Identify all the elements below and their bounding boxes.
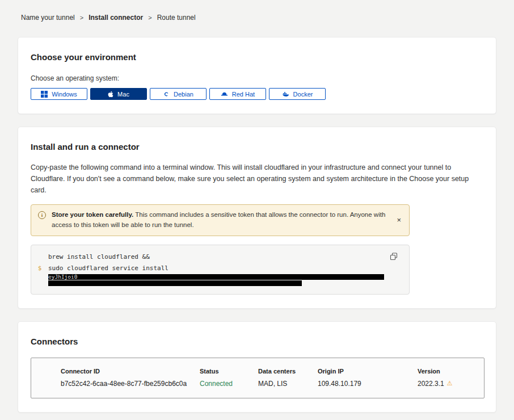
redacted-token-bar: eyJhIjoi0 <box>48 274 384 280</box>
docker-icon <box>282 91 289 97</box>
column-header-version: Version <box>418 368 484 375</box>
os-button-redhat[interactable]: Red Hat <box>209 88 266 100</box>
os-button-label: Debian <box>174 91 193 98</box>
code-line: brew install cloudflared && <box>31 251 400 263</box>
os-options-row: Windows Mac Debian Red Hat Docker <box>31 88 483 100</box>
data-centers-value: MAD, LIS <box>258 380 318 388</box>
column-header-origin-ip: Origin IP <box>318 368 418 375</box>
code-line-2: sudo cloudflared service install <box>48 264 168 272</box>
close-icon[interactable]: × <box>395 216 402 224</box>
breadcrumb-separator: > <box>148 14 151 21</box>
debian-icon <box>163 91 170 98</box>
table-row: b7c52c42-6caa-48ee-8c77-fbe259cb6c0a Con… <box>31 380 484 388</box>
breadcrumb-route-tunnel[interactable]: Route tunnel <box>157 14 196 22</box>
status-badge: Connected <box>200 380 258 388</box>
os-button-docker[interactable]: Docker <box>269 88 326 100</box>
breadcrumb-name-your-tunnel[interactable]: Name your tunnel <box>21 14 75 22</box>
info-icon: i <box>38 211 46 219</box>
breadcrumb: Name your tunnel > Install connector > R… <box>0 0 514 22</box>
connector-card-title: Install and run a connector <box>31 142 483 152</box>
code-line-1: brew install cloudflared && <box>48 253 150 261</box>
os-button-debian[interactable]: Debian <box>150 88 207 100</box>
origin-ip-value: 109.48.10.179 <box>318 380 418 388</box>
connector-id-value: b7c52c42-6caa-48ee-8c77-fbe259cb6c0a <box>61 380 200 388</box>
install-command-block: brew install cloudflared && $ sudo cloud… <box>31 245 410 295</box>
column-header-connector-id: Connector ID <box>61 368 200 375</box>
os-button-label: Mac <box>117 91 129 98</box>
version-value: 2022.3.1 <box>418 380 444 388</box>
connectors-card-title: Connectors <box>31 337 483 346</box>
alert-text: Store your token carefully.This command … <box>52 210 390 230</box>
code-line: $ sudo cloudflared service install <box>31 263 400 274</box>
alert-bold-text: Store your token carefully. <box>52 211 133 218</box>
connectors-card: Connectors Connector ID Status Data cent… <box>18 321 496 413</box>
connector-description: Copy-paste the following command into a … <box>31 162 483 196</box>
token-prefix: eyJhIjoi0 <box>48 274 77 280</box>
redacted-token-bar-continued <box>48 280 302 286</box>
breadcrumb-separator: > <box>80 14 83 21</box>
connectors-table: Connector ID Status Data centers Origin … <box>31 358 484 398</box>
windows-icon <box>41 91 48 98</box>
column-header-data-centers: Data centers <box>258 368 318 375</box>
os-button-windows[interactable]: Windows <box>31 88 87 100</box>
os-select-label: Choose an operating system: <box>31 74 483 82</box>
environment-card: Choose your environment Choose an operat… <box>18 37 496 114</box>
breadcrumb-install-connector[interactable]: Install connector <box>89 14 143 22</box>
connector-card: Install and run a connector Copy-paste t… <box>18 127 496 309</box>
column-header-status: Status <box>200 368 258 375</box>
environment-card-title: Choose your environment <box>31 52 483 62</box>
code-line <box>31 280 400 287</box>
version-warning-icon: ⚠ <box>447 380 453 387</box>
copy-icon[interactable] <box>390 253 398 262</box>
apple-icon <box>108 91 113 98</box>
os-button-label: Docker <box>293 91 313 98</box>
os-button-label: Windows <box>52 91 77 98</box>
redhat-icon <box>221 91 228 97</box>
os-button-mac[interactable]: Mac <box>90 88 147 100</box>
code-line: eyJhIjoi0 <box>31 274 400 280</box>
version-cell: 2022.3.1 ⚠ <box>418 380 484 388</box>
os-button-label: Red Hat <box>232 91 255 98</box>
table-header-row: Connector ID Status Data centers Origin … <box>31 368 484 375</box>
token-warning-alert: i Store your token carefully.This comman… <box>31 204 410 236</box>
shell-prompt: $ <box>31 264 48 272</box>
